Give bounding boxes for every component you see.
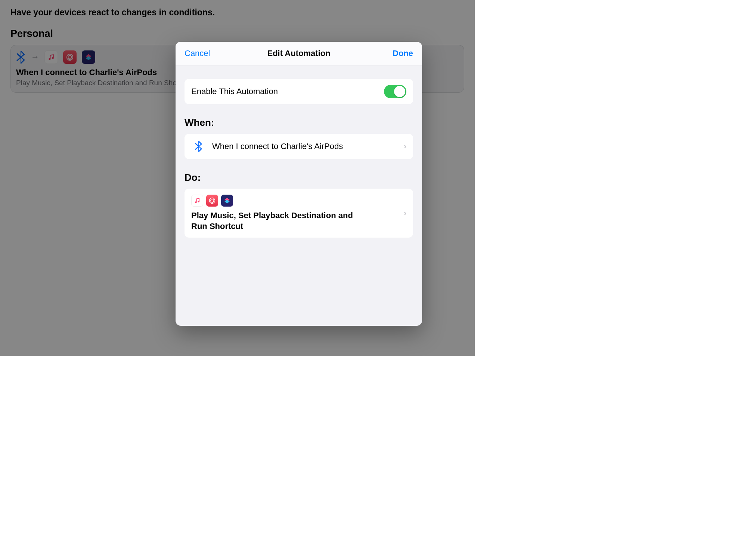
svg-point-5 (198, 201, 200, 202)
toggle-knob (394, 86, 405, 97)
chevron-right-icon: › (404, 142, 406, 151)
done-button[interactable]: Done (393, 49, 413, 58)
do-section-label: Do: (185, 172, 413, 183)
modal-header: Cancel Edit Automation Done (176, 42, 422, 65)
do-row[interactable]: Play Music, Set Playback Destination and… (185, 189, 413, 238)
chevron-right-icon: › (404, 208, 406, 218)
when-row[interactable]: When I connect to Charlie's AirPods › (185, 134, 413, 159)
do-row-icons (191, 195, 404, 207)
enable-automation-label: Enable This Automation (191, 87, 384, 96)
enable-automation-toggle[interactable] (384, 85, 406, 98)
svg-point-4 (195, 201, 197, 203)
bluetooth-icon (191, 140, 206, 152)
modal-title: Edit Automation (267, 49, 330, 58)
cancel-button[interactable]: Cancel (185, 49, 210, 58)
modal-body: Enable This Automation When: When I conn… (176, 65, 422, 326)
when-row-text: When I connect to Charlie's AirPods (212, 142, 404, 151)
when-section-label: When: (185, 117, 413, 129)
shortcuts-icon (221, 195, 233, 207)
do-row-content: Play Music, Set Playback Destination and… (191, 195, 404, 232)
airplay-icon (206, 195, 218, 207)
edit-automation-modal: Cancel Edit Automation Done Enable This … (176, 42, 422, 326)
enable-automation-row: Enable This Automation (185, 79, 413, 104)
music-icon (191, 195, 203, 207)
do-row-text: Play Music, Set Playback Destination and… (191, 210, 363, 232)
